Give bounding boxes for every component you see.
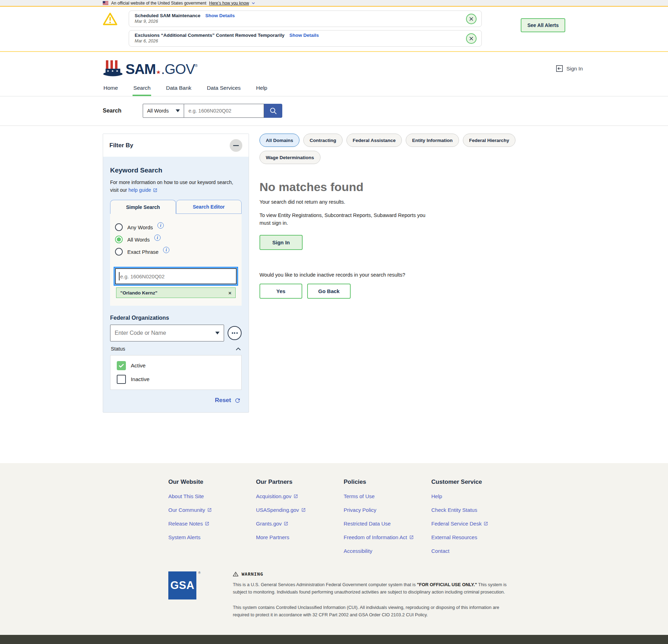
- footer-link-about-this-site[interactable]: About This Site: [168, 493, 204, 499]
- close-icon: [469, 36, 473, 41]
- show-details-link[interactable]: Show Details: [289, 33, 319, 38]
- footer-link-external-resources[interactable]: External Resources: [431, 534, 477, 540]
- footer-link-contact[interactable]: Contact: [431, 548, 450, 554]
- refresh-icon: [234, 397, 241, 404]
- footer-col-policies: Policies Terms of Use Privacy Policy Res…: [344, 479, 431, 554]
- external-link-icon: [284, 521, 288, 526]
- search-type-value: All Words: [147, 108, 169, 114]
- brand-gov: .GOV: [161, 61, 195, 77]
- nav-item-data-bank[interactable]: Data Bank: [165, 82, 192, 96]
- radio-exact-phrase[interactable]: [115, 248, 123, 256]
- footer-link-accessibility[interactable]: Accessibility: [344, 548, 372, 554]
- nav-item-help[interactable]: Help: [255, 82, 268, 96]
- search-submit-button[interactable]: [264, 104, 282, 118]
- chevron-up-icon: [236, 347, 241, 351]
- external-link-icon: [484, 521, 488, 526]
- filter-panel: Filter By Keyword Search For more inform…: [103, 134, 249, 413]
- footer-link-usaspending-gov[interactable]: USASpending.gov: [256, 507, 306, 513]
- footer-link-foia[interactable]: Freedom of Information Act: [344, 534, 414, 540]
- reset-filters-button[interactable]: Reset: [110, 397, 242, 404]
- radio-any-words[interactable]: [115, 223, 123, 231]
- info-icon[interactable]: i: [154, 235, 161, 241]
- footer-link-help[interactable]: Help: [431, 493, 442, 499]
- status-checkbox-group: Active Inactive: [110, 355, 242, 390]
- see-all-alerts-button[interactable]: See All Alerts: [521, 18, 565, 32]
- domain-tab-wage-determinations[interactable]: Wage Determinations: [259, 151, 320, 164]
- search-type-select[interactable]: All Words: [143, 104, 184, 118]
- keyword-input[interactable]: e.g. 1606N020Q02: [115, 268, 237, 284]
- checkbox-inactive[interactable]: [117, 375, 126, 384]
- gov-banner-text: An official website of the United States…: [111, 1, 206, 6]
- external-link-icon: [293, 494, 298, 499]
- header-sign-in-link[interactable]: Sign In: [556, 65, 583, 72]
- external-link-icon: [409, 535, 414, 540]
- go-back-button[interactable]: Go Back: [307, 284, 351, 299]
- search-input[interactable]: [184, 104, 264, 118]
- domain-tab-federal-assistance[interactable]: Federal Assistance: [346, 134, 402, 147]
- alert-exclusions: Exclusions “Additional Comments” Content…: [129, 30, 482, 47]
- tab-search-editor[interactable]: Search Editor: [176, 200, 242, 214]
- sign-in-required-message: To view Entity Registrations, Subcontrac…: [259, 212, 437, 227]
- keyword-search-heading: Keyword Search: [110, 167, 242, 174]
- alert-date: Mar 9, 2026: [135, 19, 460, 24]
- alerts-section: Scheduled SAM Maintenance Show Details M…: [0, 7, 668, 52]
- domain-tab-contracting[interactable]: Contracting: [303, 134, 343, 147]
- keyword-input-placeholder: e.g. 1606N020Q02: [120, 273, 165, 279]
- federal-orgs-heading: Federal Organizations: [110, 315, 242, 321]
- ellipsis-icon: [232, 332, 233, 334]
- warning-block: WARNING This is a U.S. General Services …: [233, 571, 513, 619]
- footer-link-check-entity-status[interactable]: Check Entity Status: [431, 507, 477, 513]
- domain-tab-federal-hierarchy[interactable]: Federal Hierarchy: [463, 134, 515, 147]
- keyword-tabs: Simple Search Search Editor: [110, 200, 242, 214]
- registered-mark: ®: [195, 63, 197, 68]
- search-label: Search: [103, 108, 121, 114]
- main-content: Filter By Keyword Search For more inform…: [0, 126, 668, 463]
- simple-search-content: Any Words i All Words i Exact Phrase i e…: [110, 214, 242, 306]
- footer-link-restricted-data-use[interactable]: Restricted Data Use: [344, 521, 391, 527]
- collapse-filter-button[interactable]: [230, 139, 242, 152]
- nav-item-search[interactable]: Search: [133, 82, 151, 96]
- no-results-message: Your search did not return any results.: [259, 199, 554, 205]
- info-icon[interactable]: i: [163, 247, 169, 253]
- radio-all-words[interactable]: [115, 236, 123, 243]
- footer-link-federal-service-desk[interactable]: Federal Service Desk: [431, 521, 488, 527]
- external-link-icon: [205, 521, 209, 526]
- gsa-logo: GSA ®: [168, 571, 196, 599]
- more-options-button[interactable]: [228, 326, 242, 340]
- footer-link-grants-gov[interactable]: Grants.gov: [256, 521, 288, 527]
- remove-chip-icon[interactable]: ×: [228, 290, 231, 296]
- search-bar: Search All Words: [0, 96, 668, 126]
- federal-orgs-input[interactable]: [110, 325, 224, 341]
- yes-button[interactable]: Yes: [259, 284, 302, 299]
- registered-mark: ®: [198, 571, 201, 575]
- alert-title: Exclusions “Additional Comments” Content…: [135, 33, 284, 38]
- status-section-toggle[interactable]: Status: [110, 346, 242, 352]
- sign-in-label: Sign In: [566, 66, 583, 72]
- footer-link-privacy-policy[interactable]: Privacy Policy: [344, 507, 376, 513]
- help-guide-link[interactable]: help guide: [128, 187, 157, 194]
- us-flag-icon: [103, 1, 108, 5]
- search-icon: [269, 107, 277, 115]
- close-alert-button[interactable]: [466, 14, 477, 24]
- tab-simple-search[interactable]: Simple Search: [110, 200, 176, 214]
- show-details-link[interactable]: Show Details: [205, 13, 235, 18]
- domain-tab-entity-information[interactable]: Entity Information: [406, 134, 459, 147]
- footer-link-terms-of-use[interactable]: Terms of Use: [344, 493, 375, 499]
- footer-link-release-notes[interactable]: Release Notes: [168, 521, 209, 527]
- info-icon[interactable]: i: [157, 222, 164, 229]
- close-alert-button[interactable]: [466, 33, 477, 44]
- warning-triangle-icon: [103, 12, 117, 26]
- footer-col-customer-service: Customer Service Help Check Entity Statu…: [431, 479, 519, 554]
- domain-tab-all-domains[interactable]: All Domains: [259, 134, 299, 147]
- footer-link-system-alerts[interactable]: System Alerts: [168, 534, 201, 540]
- footer-link-our-community[interactable]: Our Community: [168, 507, 212, 513]
- sign-in-button[interactable]: Sign In: [259, 235, 303, 250]
- how-you-know-link[interactable]: Here’s how you know: [209, 1, 249, 6]
- external-link-icon: [153, 188, 157, 192]
- footer-link-more-partners[interactable]: More Partners: [256, 534, 289, 540]
- nav-item-home[interactable]: Home: [103, 82, 119, 96]
- footer-link-acquisition-gov[interactable]: Acquisition.gov: [256, 493, 298, 499]
- sam-gov-logo[interactable]: SAM ★ .GOV ®: [103, 60, 197, 77]
- nav-item-data-services[interactable]: Data Services: [206, 82, 241, 96]
- checkbox-active[interactable]: [117, 361, 126, 370]
